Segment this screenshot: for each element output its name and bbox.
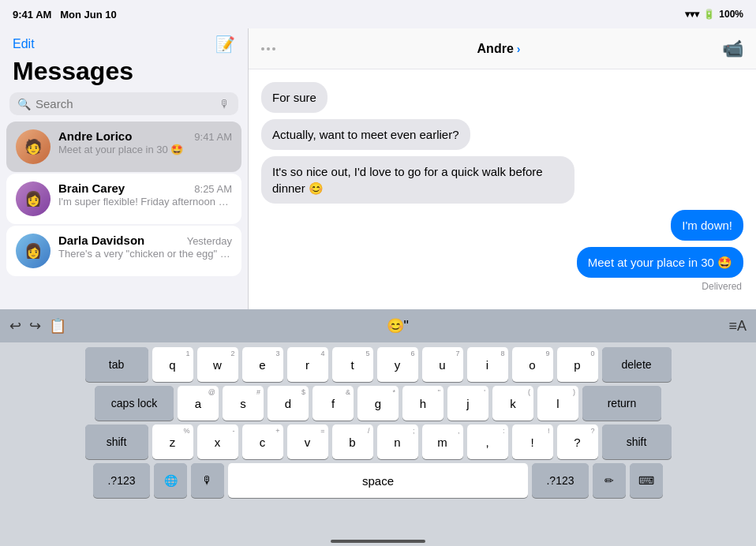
conversation-item[interactable]: 👩 Brain Carey 8:25 AM I'm super flexible… bbox=[6, 174, 241, 224]
globe-key[interactable]: 🌐 bbox=[154, 463, 187, 498]
key-e[interactable]: 3e bbox=[242, 347, 283, 382]
key-comma[interactable]: :, bbox=[467, 424, 508, 459]
copy-icon[interactable]: 📋 bbox=[49, 317, 66, 335]
key-r[interactable]: 4r bbox=[287, 347, 328, 382]
key-row-4: .?123 🌐 🎙 space .?123 ✏ ⌨ bbox=[2, 463, 754, 504]
key-l[interactable]: )l bbox=[537, 386, 578, 421]
caps-lock-key[interactable]: caps lock bbox=[95, 386, 174, 421]
conv-time: Yesterday bbox=[187, 235, 232, 247]
key-f[interactable]: &f bbox=[313, 386, 354, 421]
keyboard-key[interactable]: ⌨ bbox=[630, 463, 663, 498]
sent-message: I'm down! bbox=[671, 210, 743, 241]
key-row-2: caps lock @a #s $d &f *g "h 'j (k )l ret… bbox=[2, 386, 754, 421]
conv-time: 9:41 AM bbox=[194, 131, 232, 143]
received-message: Actually, want to meet even earlier? bbox=[261, 119, 470, 150]
key-a[interactable]: @a bbox=[178, 386, 219, 421]
conversation-item[interactable]: 👩 Darla Davidson Yesterday There's a ver… bbox=[6, 226, 241, 276]
key-h[interactable]: "h bbox=[402, 386, 443, 421]
delete-key[interactable]: delete bbox=[602, 347, 672, 382]
contact-chevron-icon: › bbox=[517, 43, 521, 55]
conv-name: Brain Carey bbox=[58, 181, 125, 195]
sidebar-title: Messages bbox=[0, 57, 248, 92]
header-dots bbox=[261, 47, 275, 50]
delivered-status: Delivered bbox=[702, 281, 742, 292]
key-q[interactable]: 1q bbox=[152, 347, 193, 382]
handwriting-key[interactable]: ✏ bbox=[593, 463, 626, 498]
key-o[interactable]: 9o bbox=[512, 347, 553, 382]
battery-pct: 100% bbox=[719, 9, 743, 20]
shift-left-key[interactable]: shift bbox=[85, 424, 148, 459]
edit-button[interactable]: Edit bbox=[13, 37, 35, 51]
key-p[interactable]: 0p bbox=[557, 347, 598, 382]
key-i[interactable]: 8i bbox=[467, 347, 508, 382]
key-row-1: tab 1q 2w 3e 4r 5t 6y 7u 8i 9o 0p delete bbox=[2, 347, 754, 382]
key-quest[interactable]: ?? bbox=[557, 424, 598, 459]
emoji-button[interactable]: 😊" bbox=[387, 317, 409, 335]
status-date: Mon Jun 10 bbox=[60, 9, 117, 21]
return-key[interactable]: return bbox=[582, 386, 661, 421]
home-indicator bbox=[331, 540, 425, 543]
search-input[interactable] bbox=[36, 97, 215, 110]
key-d[interactable]: $d bbox=[268, 386, 309, 421]
sidebar-header: Edit 📝 bbox=[0, 28, 248, 57]
conv-info: Brain Carey 8:25 AM I'm super flexible! … bbox=[58, 181, 232, 208]
conv-time: 8:25 AM bbox=[194, 183, 232, 195]
received-message: It's so nice out, I'd love to go for a q… bbox=[261, 156, 574, 204]
dictation-key[interactable]: 🎙 bbox=[191, 463, 224, 498]
contact-name-text: Andre bbox=[477, 42, 514, 56]
key-s[interactable]: #s bbox=[223, 386, 264, 421]
key-w[interactable]: 2w bbox=[197, 347, 238, 382]
dot2 bbox=[267, 47, 270, 50]
search-bar: 🔍 🎙 bbox=[9, 92, 238, 115]
wifi-icon: ▾▾▾ bbox=[685, 9, 699, 20]
compose-button[interactable]: 📝 bbox=[215, 35, 235, 54]
key-u[interactable]: 7u bbox=[422, 347, 463, 382]
key-n[interactable]: ;n bbox=[377, 424, 418, 459]
mic-icon[interactable]: 🎙 bbox=[219, 98, 230, 110]
keyboard-toolbar: ↩ ↪ 📋 😊" ≡A bbox=[0, 309, 756, 342]
key-row-3: shift %z -x +c =v /b ;n ,m :, !! ?? shif… bbox=[2, 424, 754, 459]
tab-key[interactable]: tab bbox=[85, 347, 148, 382]
redo-icon[interactable]: ↪ bbox=[29, 317, 41, 335]
status-time: 9:41 AM bbox=[13, 9, 51, 21]
key-y[interactable]: 6y bbox=[377, 347, 418, 382]
battery-icon: 🔋 bbox=[703, 9, 715, 20]
sent-message: Meet at your place in 30 🤩 bbox=[577, 247, 743, 278]
key-b[interactable]: /b bbox=[332, 424, 373, 459]
numbers-right-key[interactable]: .?123 bbox=[532, 463, 589, 498]
key-t[interactable]: 5t bbox=[332, 347, 373, 382]
key-z[interactable]: %z bbox=[152, 424, 193, 459]
key-x[interactable]: -x bbox=[197, 424, 238, 459]
key-k[interactable]: (k bbox=[492, 386, 533, 421]
key-j[interactable]: 'j bbox=[447, 386, 488, 421]
conv-name: Andre Lorico bbox=[58, 129, 132, 143]
avatar: 👩 bbox=[16, 234, 51, 268]
key-c[interactable]: +c bbox=[242, 424, 283, 459]
key-m[interactable]: ,m bbox=[422, 424, 463, 459]
undo-icon[interactable]: ↩ bbox=[9, 317, 21, 335]
conv-preview: There's a very "chicken or the egg" thin… bbox=[58, 248, 232, 260]
key-g[interactable]: *g bbox=[357, 386, 399, 421]
status-indicators: ▾▾▾ 🔋 100% bbox=[685, 9, 743, 20]
shift-right-key[interactable]: shift bbox=[602, 424, 672, 459]
numbers-left-key[interactable]: .?123 bbox=[93, 463, 150, 498]
status-time-date: 9:41 AM Mon Jun 10 bbox=[13, 9, 117, 21]
conv-info: Darla Davidson Yesterday There's a very … bbox=[58, 234, 232, 260]
keyboard-area: ↩ ↪ 📋 😊" ≡A tab 1q 2w 3e 4r 5t 6y 7u 8i … bbox=[0, 309, 756, 546]
conv-preview: Meet at your place in 30 🤩 bbox=[58, 144, 232, 155]
keyboard-rows: tab 1q 2w 3e 4r 5t 6y 7u 8i 9o 0p delete… bbox=[0, 342, 756, 504]
dot3 bbox=[272, 47, 275, 50]
toolbar-left: ↩ ↪ 📋 bbox=[9, 317, 66, 335]
video-call-button[interactable]: 📹 bbox=[722, 39, 743, 59]
conv-name: Darla Davidson bbox=[58, 234, 144, 247]
format-icon[interactable]: ≡A bbox=[728, 318, 747, 335]
chat-header: Andre › 📹 bbox=[249, 28, 756, 69]
key-excl[interactable]: !! bbox=[512, 424, 553, 459]
chat-contact-name[interactable]: Andre › bbox=[477, 42, 521, 56]
space-key[interactable]: space bbox=[228, 463, 528, 498]
status-bar: 9:41 AM Mon Jun 10 ▾▾▾ 🔋 100% bbox=[0, 0, 756, 28]
dot1 bbox=[261, 47, 264, 50]
key-v[interactable]: =v bbox=[287, 424, 328, 459]
conversation-item[interactable]: 🧑 Andre Lorico 9:41 AM Meet at your plac… bbox=[6, 122, 241, 172]
conv-preview: I'm super flexible! Friday afternoon or … bbox=[58, 196, 232, 208]
